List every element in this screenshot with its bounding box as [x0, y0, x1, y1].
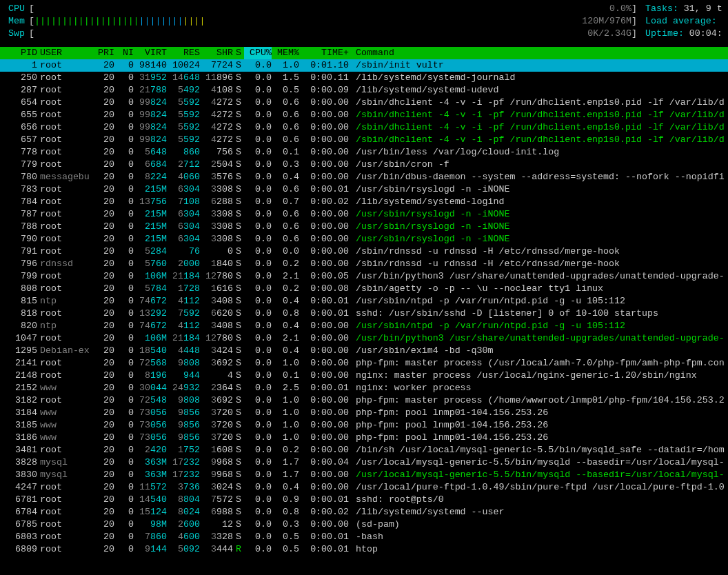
cell-time: 0:00.00	[299, 481, 349, 494]
table-row[interactable]: 287root2002178854924108S0.00.50:00.09/li…	[0, 84, 728, 97]
cell-ni: 0	[114, 518, 134, 531]
table-row[interactable]: 779root200668427122504S0.00.30:00.00/usr…	[0, 159, 728, 171]
cell-mem: 0.1	[272, 146, 299, 159]
table-row[interactable]: 1295Debian-ex2001854044483424S0.00.40:00…	[0, 345, 728, 357]
cell-virt: 215M	[134, 233, 167, 245]
table-row[interactable]: 778root2005648860756S0.00.10:00.00/usr/b…	[0, 146, 728, 159]
table-row[interactable]: 788root200215M63043308S0.00.60:00.00/usr…	[0, 221, 728, 233]
cell-cpu: 0.0	[244, 370, 272, 382]
cell-state: S	[233, 196, 244, 208]
cell-state: S	[233, 146, 244, 159]
table-row[interactable]: 250root200319521464811896S0.01.50:00.11/…	[0, 72, 728, 84]
table-row[interactable]: 657root2009982455924272S0.00.60:00.00/sb…	[0, 134, 728, 146]
process-table-body[interactable]: 1root20098140100247724S0.01.00:01.10/sbi…	[0, 59, 728, 556]
table-row[interactable]: 3830mysql200363M172329968S0.01.70:00.00/…	[0, 469, 728, 481]
table-row[interactable]: 3185www2007305698563720S0.01.00:00.00php…	[0, 419, 728, 432]
cell-virt: 13292	[134, 307, 167, 320]
table-row[interactable]: 6784root2001512480246988S0.00.80:00.02/l…	[0, 506, 728, 518]
cell-shr: 2364	[200, 382, 233, 394]
table-row[interactable]: 790root200215M63043308S0.00.60:00.00/usr…	[0, 233, 728, 245]
cell-ni: 0	[114, 72, 134, 84]
cell-cpu: 0.0	[244, 407, 272, 419]
table-row[interactable]: 6809root200914450923444R0.00.50:00.01hto…	[0, 543, 728, 556]
hdr-pri[interactable]: PRI	[92, 47, 114, 59]
hdr-cpu[interactable]: CPU%	[244, 47, 272, 59]
cell-cpu: 0.0	[244, 183, 272, 196]
hdr-res[interactable]: RES	[167, 47, 200, 59]
table-row[interactable]: 784root2001375671086288S0.00.70:00.02/li…	[0, 196, 728, 208]
hdr-mem[interactable]: MEM%	[272, 47, 299, 59]
cell-virt: 8224	[134, 171, 167, 183]
table-row[interactable]: 799root200106M2118412780S0.02.10:00.05/u…	[0, 270, 728, 283]
table-row[interactable]: 796rdnssd200576020001840S0.00.20:00.00/s…	[0, 258, 728, 270]
cell-res: 10024	[167, 59, 200, 72]
cell-pri: 20	[92, 183, 114, 196]
cell-res: 4112	[167, 295, 200, 307]
table-row[interactable]: 2148root20081969444S0.00.10:00.00nginx: …	[0, 370, 728, 382]
hdr-time[interactable]: TIME+	[299, 47, 349, 59]
table-row[interactable]: 6781root2001454088047572S0.00.90:00.01ss…	[0, 494, 728, 506]
hdr-cmd[interactable]: Command	[349, 47, 728, 59]
table-row[interactable]: 815ntp2007467241123408S0.00.40:00.01/usr…	[0, 295, 728, 307]
cell-time: 0:00.01	[299, 543, 349, 556]
cell-res: 6304	[167, 183, 200, 196]
cell-pri: 20	[92, 59, 114, 72]
table-row[interactable]: 6803root200786046003328S0.00.50:00.01-ba…	[0, 531, 728, 543]
cell-shr: 1608	[200, 444, 233, 456]
table-row[interactable]: 808root200578417281616S0.00.20:00.08/sbi…	[0, 283, 728, 295]
table-row[interactable]: 656root2009982455924272S0.00.60:00.00/sb…	[0, 121, 728, 134]
table-row[interactable]: 654root2009982455924272S0.00.60:00.00/sb…	[0, 97, 728, 109]
table-row[interactable]: 2152www20030044249322364S0.02.50:00.01ng…	[0, 382, 728, 394]
swp-label: Swp	[0, 28, 29, 40]
table-row[interactable]: 783root200215M63043308S0.00.60:00.01/usr…	[0, 183, 728, 196]
hdr-ni[interactable]: NI	[114, 47, 134, 59]
table-row[interactable]: 3186www2007305698563720S0.01.00:00.00php…	[0, 432, 728, 444]
cell-state: S	[233, 97, 244, 109]
cell-command: /sbin/rdnssd -u rdnssd -H /etc/rdnssd/me…	[349, 258, 728, 270]
table-row[interactable]: 780messagebu200822440603576S0.00.40:00.0…	[0, 171, 728, 183]
cell-shr: 3692	[200, 357, 233, 370]
cell-virt: 8196	[134, 370, 167, 382]
table-row[interactable]: 791root2005284760S0.00.00:00.00/sbin/rdn…	[0, 245, 728, 258]
table-row[interactable]: 3828mysql200363M172329968S0.01.70:00.04/…	[0, 456, 728, 469]
hdr-virt[interactable]: VIRT	[134, 47, 167, 59]
table-row[interactable]: 3184www2007305698563720S0.01.00:00.00php…	[0, 407, 728, 419]
cell-ni: 0	[114, 159, 134, 171]
hdr-shr[interactable]: SHR	[200, 47, 233, 59]
cell-pri: 20	[92, 84, 114, 97]
cell-user: www	[40, 419, 92, 432]
cell-command: /sbin/dhclient -4 -v -i -pf /run/dhclien…	[349, 97, 728, 109]
hdr-s[interactable]: S	[233, 47, 244, 59]
cell-shr: 3308	[200, 221, 233, 233]
cell-pri: 20	[92, 543, 114, 556]
cell-time: 0:00.01	[299, 531, 349, 543]
cell-command: /lib/systemd/systemd-journald	[349, 72, 728, 84]
cell-virt: 215M	[134, 221, 167, 233]
cell-ni: 0	[114, 59, 134, 72]
table-row[interactable]: 3481root200242017521608S0.00.20:00.00/bi…	[0, 444, 728, 456]
cell-pid: 799	[0, 270, 40, 283]
cell-virt: 72548	[134, 394, 167, 407]
table-row[interactable]: 2141root2007256898083692S0.01.00:00.00ph…	[0, 357, 728, 370]
table-row[interactable]: 820ntp2007467241123408S0.00.40:00.00/usr…	[0, 320, 728, 332]
cell-ni: 0	[114, 456, 134, 469]
table-row[interactable]: 3182root2007254898083692S0.01.00:00.00ph…	[0, 394, 728, 407]
cell-command: php-fpm: pool lnmp01-104.156.253.26	[349, 432, 728, 444]
process-table-header[interactable]: PID USER PRI NI VIRT RES SHR S CPU% MEM%…	[0, 47, 728, 59]
hdr-user[interactable]: USER	[40, 47, 92, 59]
cell-cpu: 0.0	[244, 72, 272, 84]
cell-command: /usr/bin/less /var/log/cloud-init.log	[349, 146, 728, 159]
table-row[interactable]: 818root2001329275926620S0.00.80:00.01ssh…	[0, 307, 728, 320]
table-row[interactable]: 787root200215M63043308S0.00.60:00.00/usr…	[0, 208, 728, 221]
table-row[interactable]: 1root20098140100247724S0.01.00:01.10/sbi…	[0, 59, 728, 72]
cell-state: S	[233, 456, 244, 469]
cell-res: 17232	[167, 456, 200, 469]
table-row[interactable]: 1047root200106M2118412780S0.02.10:00.00/…	[0, 332, 728, 345]
hdr-pid[interactable]: PID	[0, 47, 40, 59]
table-row[interactable]: 655root2009982455924272S0.00.60:00.00/sb…	[0, 109, 728, 121]
cell-pid: 3184	[0, 407, 40, 419]
cell-pid: 1	[0, 59, 40, 72]
table-row[interactable]: 6785root20098M260012S0.00.30:00.00(sd-pa…	[0, 518, 728, 531]
cell-virt: 98140	[134, 59, 167, 72]
table-row[interactable]: 4247root2001157237363024S0.00.40:00.00/u…	[0, 481, 728, 494]
